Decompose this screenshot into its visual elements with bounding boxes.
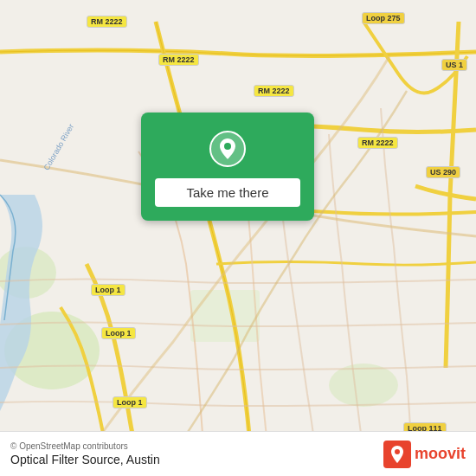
location-name: Optical Filter Source, Austin: [10, 453, 160, 466]
moovit-icon: [383, 441, 411, 468]
road-badge-loop1-2: Loop 1: [101, 327, 136, 339]
bottom-bar: © OpenStreetMap contributors Optical Fil…: [0, 431, 476, 476]
road-badge-loop275: Loop 275: [362, 12, 405, 24]
map-background: [0, 0, 476, 476]
road-badge-rm2222-1: RM 2222: [87, 16, 127, 28]
road-badge-rm2222-2: RM 2222: [158, 54, 199, 66]
moovit-brand-text: moovit: [415, 445, 466, 463]
road-badge-loop1-1: Loop 1: [91, 284, 125, 296]
map-container: Colorado River RM 2222 Loop 275 US 1 RM …: [0, 0, 476, 476]
road-badge-loop1-3: Loop 1: [113, 396, 147, 408]
road-badge-us290: US 290: [426, 166, 460, 178]
location-pin-icon: [207, 128, 248, 170]
road-badge-rm2222-3: RM 2222: [254, 85, 294, 97]
bottom-left-info: © OpenStreetMap contributors Optical Fil…: [10, 441, 160, 466]
svg-rect-3: [190, 290, 260, 342]
road-badge-us1: US 1: [441, 59, 467, 71]
svg-rect-0: [0, 22, 476, 454]
svg-point-6: [224, 143, 231, 150]
take-me-there-button[interactable]: Take me there: [155, 178, 300, 207]
road-badge-rm2222-4: RM 2222: [357, 137, 398, 149]
moovit-logo: moovit: [383, 441, 466, 468]
svg-point-8: [395, 449, 400, 454]
location-card: Take me there: [141, 113, 314, 221]
svg-point-4: [329, 363, 398, 407]
osm-attribution: © OpenStreetMap contributors: [10, 441, 160, 451]
